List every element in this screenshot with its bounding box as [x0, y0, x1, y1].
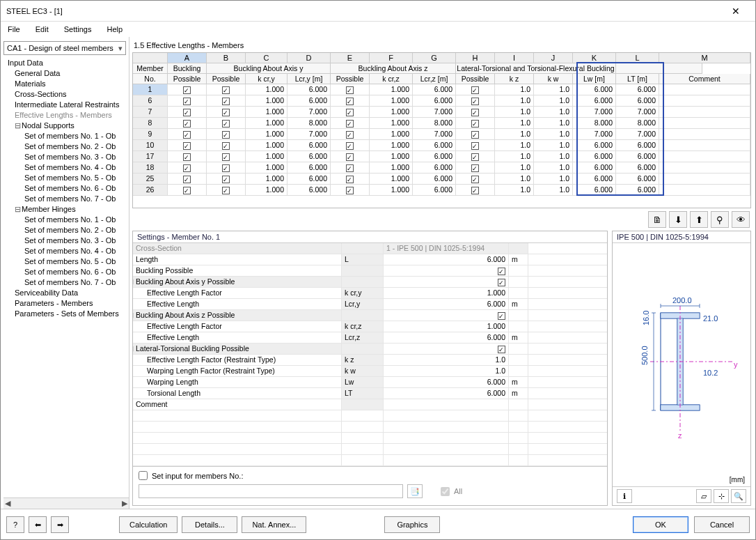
table-row[interactable]: 91.0007.0001.0007.0001.01.07.0007.000	[133, 129, 750, 140]
svg-text:z: z	[678, 431, 682, 440]
settings-row[interactable]: ⊟Buckling About Axis y Possible	[133, 277, 607, 288]
tree-item[interactable]: Set of members No. 2 - Ob	[6, 225, 129, 236]
tree-item[interactable]: Set of members No. 2 - Ob	[6, 141, 129, 152]
view-3d-icon[interactable]: ▱	[696, 489, 711, 503]
view-icon[interactable]: 👁	[732, 211, 750, 228]
nav-tree[interactable]: Input Data General DataMaterialsCross-Se…	[3, 58, 129, 497]
filter-icon[interactable]: ⚲	[711, 211, 729, 228]
tree-item[interactable]: Set of members No. 4 - Ob	[6, 246, 129, 256]
button-bar: ? ⬅ ➡ Calculation Details... Nat. Annex.…	[1, 509, 755, 539]
settings-row[interactable]: Torsional LengthLT6.000m	[133, 388, 607, 399]
section-title: 1.5 Effective Lengths - Members	[134, 41, 751, 49]
sidebar: CA1 - Design of steel members Input Data…	[1, 37, 129, 509]
ok-button[interactable]: OK	[633, 516, 688, 533]
table-row[interactable]: 181.0006.0001.0006.0001.01.06.0006.000	[133, 162, 750, 173]
tree-item[interactable]: Materials	[6, 79, 129, 89]
calculation-button[interactable]: Calculation	[119, 516, 178, 533]
tree-item[interactable]: Set of members No. 6 - Ob	[6, 183, 129, 194]
close-icon[interactable]: ✕	[722, 6, 750, 17]
table-row[interactable]: 261.0006.0001.0006.0001.01.06.0006.000	[133, 185, 750, 196]
settings-row[interactable]: Cross-Section1 - IPE 500 | DIN 1025-5:19…	[133, 243, 607, 254]
table-row[interactable]: 61.0006.0001.0006.0001.01.06.0006.000	[133, 95, 750, 107]
axes-icon[interactable]: ⊹	[714, 489, 729, 503]
set-input-checkbox[interactable]	[139, 471, 148, 480]
svg-text:16.0: 16.0	[642, 310, 650, 325]
table-row[interactable]: 101.0006.0001.0006.0001.01.06.0006.000	[133, 140, 750, 151]
next-button[interactable]: ➡	[51, 516, 69, 533]
info-icon[interactable]: ℹ	[617, 489, 632, 503]
tree-item[interactable]: Set of members No. 5 - Ob	[6, 256, 129, 267]
details-button[interactable]: Details...	[182, 516, 237, 533]
tree-item[interactable]: General Data	[6, 68, 129, 79]
settings-row[interactable]: Effective LengthLcr,z6.000m	[133, 332, 607, 344]
cancel-button[interactable]: Cancel	[694, 516, 750, 533]
grid-toolbar: 🗎 ⬇ ⬆ ⚲ 👁	[132, 208, 751, 231]
tree-horizontal-scrollbar[interactable]: ◀▶	[3, 497, 129, 509]
tree-item[interactable]: Set of members No. 7 - Ob	[6, 277, 129, 288]
table-row[interactable]: 71.0007.0001.0007.0001.01.07.0007.000	[133, 107, 750, 118]
tree-member-hinges[interactable]: ⊟Member Hinges	[6, 204, 129, 215]
pick-members-icon[interactable]: 📑	[407, 484, 423, 498]
table-row[interactable]: 11.0006.0001.0006.0001.01.06.0006.000	[133, 84, 750, 95]
tree-item[interactable]: Set of members No. 5 - Ob	[6, 173, 129, 183]
menubar: File Edit Settings Help	[1, 22, 755, 37]
window-title: STEEL EC3 - [1]	[6, 7, 722, 15]
settings-title: Settings - Member No. 1	[133, 231, 607, 243]
menu-help[interactable]: Help	[104, 24, 125, 35]
tree-item[interactable]: Intermediate Lateral Restraints	[6, 100, 129, 110]
case-combobox[interactable]: CA1 - Design of steel members	[3, 41, 126, 55]
table-row[interactable]: 251.0006.0001.0006.0001.01.06.0006.000	[133, 173, 750, 185]
menu-settings[interactable]: Settings	[61, 24, 95, 35]
settings-row[interactable]: Buckling Possible	[133, 265, 607, 277]
graphics-button[interactable]: Graphics	[384, 516, 440, 533]
settings-row[interactable]: ⊟Buckling About Axis z Possible	[133, 310, 607, 321]
tree-item[interactable]: Set of members No. 1 - Ob	[6, 131, 129, 141]
tree-nodal-supports[interactable]: ⊟Nodal Supports	[6, 121, 129, 131]
grid-container: ABCDEFGHIJKLM MemberBucklingBuckling Abo…	[132, 52, 751, 208]
tree-root[interactable]: Input Data	[6, 58, 129, 68]
tree-item[interactable]: Serviceability Data	[6, 288, 129, 298]
svg-text:y: y	[734, 360, 738, 369]
export-icon[interactable]: ⬆	[690, 211, 708, 228]
settings-row[interactable]: Effective Length Factork cr,z1.000	[133, 321, 607, 332]
menu-file[interactable]: File	[5, 24, 23, 35]
tree-item[interactable]: Effective Lengths - Members	[6, 110, 129, 121]
table-row[interactable]: 171.0006.0001.0006.0001.01.06.0006.000	[133, 151, 750, 162]
settings-grid[interactable]: Cross-Section1 - IPE 500 | DIN 1025-5:19…	[133, 243, 607, 466]
titlebar: STEEL EC3 - [1] ✕	[1, 1, 755, 22]
svg-text:200.0: 200.0	[672, 296, 692, 304]
help-button[interactable]: ?	[6, 516, 24, 533]
table-row[interactable]: 81.0008.0001.0008.0001.01.08.0008.000	[133, 118, 750, 129]
export-excel-icon[interactable]: 🗎	[648, 211, 666, 228]
settings-row[interactable]: Effective Length Factork cr,y1.000	[133, 288, 607, 299]
settings-row[interactable]: Warping Length Factor (Restraint Type)k …	[133, 366, 607, 377]
tree-item[interactable]: Parameters - Members	[6, 298, 129, 309]
tree-item[interactable]: Set of members No. 6 - Ob	[6, 267, 129, 277]
settings-row[interactable]: Effective LengthLcr,y6.000m	[133, 299, 607, 310]
menu-edit[interactable]: Edit	[33, 24, 52, 35]
nat-annex-button[interactable]: Nat. Annex...	[242, 516, 306, 533]
tree-item[interactable]: Set of members No. 4 - Ob	[6, 162, 129, 173]
settings-row[interactable]: Warping LengthLw6.000m	[133, 377, 607, 388]
cross-section-preview: IPE 500 | DIN 1025-5:1994	[612, 231, 751, 506]
tree-item[interactable]: Set of members No. 7 - Ob	[6, 194, 129, 204]
all-checkbox[interactable]	[441, 487, 450, 496]
settings-panel: Settings - Member No. 1 Cross-Section1 -…	[132, 231, 608, 506]
settings-row[interactable]: Effective Length Factor (Restraint Type)…	[133, 355, 607, 366]
preview-title: IPE 500 | DIN 1025-5:1994	[613, 231, 750, 243]
set-input-label: Set input for members No.:	[152, 472, 243, 480]
settings-row[interactable]: Comment	[133, 399, 607, 410]
settings-row[interactable]: ⊟Lateral-Torsional Buckling Possible	[133, 344, 607, 355]
tree-item[interactable]: Set of members No. 3 - Ob	[6, 152, 129, 162]
tree-item[interactable]: Set of members No. 3 - Ob	[6, 236, 129, 246]
tree-item[interactable]: Parameters - Sets of Members	[6, 309, 129, 319]
zoom-icon[interactable]: 🔍	[731, 489, 746, 503]
import-icon[interactable]: ⬇	[669, 211, 687, 228]
set-input-field[interactable]	[139, 484, 403, 498]
effective-lengths-grid[interactable]: ABCDEFGHIJKLM MemberBucklingBuckling Abo…	[132, 52, 751, 208]
settings-row[interactable]: LengthL6.000m	[133, 254, 607, 265]
app-window: STEEL EC3 - [1] ✕ File Edit Settings Hel…	[0, 0, 756, 540]
tree-item[interactable]: Set of members No. 1 - Ob	[6, 215, 129, 225]
tree-item[interactable]: Cross-Sections	[6, 89, 129, 100]
prev-button[interactable]: ⬅	[29, 516, 47, 533]
